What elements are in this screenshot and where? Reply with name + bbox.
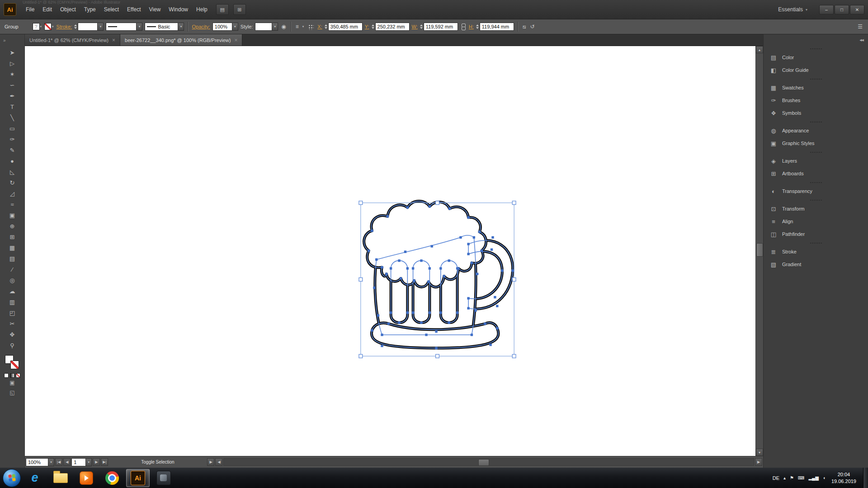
gradient-tool[interactable]: ▤: [5, 253, 20, 264]
fill-color-control[interactable]: ? ▾: [33, 23, 42, 30]
vertical-scrollbar-track[interactable]: [756, 53, 763, 449]
panel-button-pathfinder[interactable]: ◫Pathfinder: [764, 228, 868, 240]
fill-swatch-icon[interactable]: ?: [33, 23, 40, 30]
chevron-down-icon[interactable]: ▾: [52, 25, 54, 28]
recolor-artwork-icon[interactable]: ◉: [280, 23, 287, 30]
w-field[interactable]: 119,592 mm: [424, 23, 458, 31]
shear-icon[interactable]: ⧅: [522, 23, 527, 30]
panel-button-color[interactable]: ▤Color: [764, 51, 868, 64]
volume-icon[interactable]: ◖: [823, 475, 826, 480]
scroll-down-button[interactable]: ▼: [756, 449, 763, 456]
scroll-left-button[interactable]: ◀: [215, 458, 222, 466]
opacity-control[interactable]: 100% ▾: [212, 23, 238, 31]
vertical-scrollbar-thumb[interactable]: [756, 243, 763, 257]
column-graph-tool[interactable]: ▥: [5, 296, 20, 307]
height-control[interactable]: 119,944 mm: [476, 23, 514, 31]
bridge-launcher-icon[interactable]: ▤: [216, 4, 229, 15]
taskbar-clock[interactable]: 20:04 19.06.2019: [831, 471, 856, 484]
selection-tool[interactable]: ➤: [5, 47, 20, 58]
chevron-down-icon[interactable]: ▾: [137, 23, 142, 31]
graphic-style-field[interactable]: [255, 23, 272, 31]
y-position-control[interactable]: 250,232 mm: [372, 23, 410, 31]
menu-effect[interactable]: Effect: [123, 0, 145, 19]
vertical-scrollbar[interactable]: ▲ ▼: [755, 46, 763, 456]
opacity-field[interactable]: 100%: [212, 23, 232, 31]
status-display[interactable]: Toggle Selection: [109, 460, 206, 465]
maximize-button[interactable]: □: [835, 5, 849, 14]
eraser-tool[interactable]: ◺: [5, 166, 20, 177]
zoom-field[interactable]: 100%: [26, 458, 48, 466]
stroke-panel-link[interactable]: Stroke:: [57, 24, 72, 29]
color-button[interactable]: [4, 373, 9, 378]
panel-button-artboards[interactable]: ⊞Artboards: [764, 167, 868, 180]
panel-button-layers[interactable]: ◈Layers: [764, 155, 868, 167]
zoom-control[interactable]: 100% ▾: [26, 458, 54, 466]
none-button[interactable]: [16, 373, 20, 378]
screen-mode-button[interactable]: ◱: [5, 388, 20, 398]
width-profile-field[interactable]: [106, 23, 137, 31]
chevron-down-icon[interactable]: ▾: [272, 23, 278, 31]
stroke-weight-control[interactable]: ▾: [74, 23, 104, 31]
perspective-grid-tool[interactable]: ⊞: [5, 231, 20, 242]
network-icon[interactable]: ▂▄▆: [808, 475, 818, 480]
panel-button-transform[interactable]: ⊡Transform: [764, 202, 868, 215]
x-field[interactable]: 350,485 mm: [328, 23, 363, 31]
stroke-color-control[interactable]: ▾: [44, 23, 54, 30]
panel-button-transparency[interactable]: ◐Transparency: [764, 185, 868, 197]
internet-explorer-button[interactable]: e: [23, 469, 47, 487]
scroll-right-button[interactable]: ▶: [755, 458, 762, 466]
h-field[interactable]: 119,944 mm: [480, 23, 514, 31]
blend-tool[interactable]: ◎: [5, 275, 20, 286]
last-artboard-button[interactable]: ▶|: [101, 458, 108, 466]
media-player-button[interactable]: [75, 469, 98, 487]
lasso-tool[interactable]: ∽: [5, 80, 20, 90]
y-spinner[interactable]: [372, 24, 374, 29]
menu-help[interactable]: Help: [192, 0, 212, 19]
panel-button-color-guide[interactable]: ◧Color Guide: [764, 64, 868, 76]
type-tool[interactable]: T: [5, 101, 20, 112]
eyedropper-tool[interactable]: ∕: [5, 264, 20, 275]
horizontal-scrollbar-thumb[interactable]: [478, 459, 489, 466]
h-label[interactable]: H:: [469, 24, 474, 29]
selected-artwork[interactable]: [360, 202, 515, 357]
paintbrush-tool[interactable]: ✑: [5, 134, 20, 145]
width-tool[interactable]: ≈: [5, 199, 20, 210]
opacity-panel-link[interactable]: Opacity:: [192, 24, 210, 29]
brush-definition-control[interactable]: Basic ▾: [145, 23, 184, 31]
h-spinner[interactable]: [476, 24, 479, 29]
hand-tool[interactable]: ✥: [5, 329, 20, 340]
collapse-panels-icon[interactable]: ◀◀: [859, 38, 863, 42]
width-profile-control[interactable]: ▾: [106, 23, 142, 31]
close-icon[interactable]: ×: [112, 38, 115, 43]
stroke-weight-spinner[interactable]: [74, 24, 77, 29]
panel-button-swatches[interactable]: ▦Swatches: [764, 81, 868, 94]
previous-artboard-button[interactable]: ◀: [63, 458, 71, 466]
chevron-down-icon[interactable]: ▾: [178, 23, 184, 31]
horizontal-scrollbar[interactable]: [223, 458, 754, 466]
direct-selection-tool[interactable]: ▷: [5, 58, 20, 69]
rotate-icon[interactable]: ↺: [529, 23, 535, 30]
y-field[interactable]: 250,232 mm: [375, 23, 410, 31]
chevron-down-icon[interactable]: ▾: [48, 458, 54, 466]
next-artboard-button[interactable]: ▶: [93, 458, 100, 466]
y-label[interactable]: Y:: [365, 24, 369, 29]
artboard-field[interactable]: 1: [71, 458, 86, 466]
windows-explorer-button[interactable]: [49, 469, 72, 487]
chevron-down-icon[interactable]: ▾: [98, 23, 104, 31]
pencil-tool[interactable]: ✎: [5, 145, 20, 155]
w-label[interactable]: W:: [412, 24, 418, 29]
panel-button-align[interactable]: ≡Align: [764, 215, 868, 228]
fill-stroke-control[interactable]: [4, 354, 20, 371]
free-transform-tool[interactable]: ▣: [5, 210, 20, 221]
slice-tool[interactable]: ✂: [5, 318, 20, 329]
line-segment-tool[interactable]: ╲: [5, 112, 20, 123]
graphic-style-control[interactable]: ▾: [255, 23, 278, 31]
beer-mug-artwork[interactable]: [360, 202, 515, 357]
workspace-switcher[interactable]: Essentials ▾: [774, 6, 811, 13]
graphics-app-button[interactable]: [152, 469, 175, 487]
stroke-color-swatch[interactable]: [10, 361, 19, 369]
drawing-modes-button[interactable]: ▣: [5, 378, 20, 388]
panel-button-brushes[interactable]: ✑Brushes: [764, 94, 868, 107]
panel-button-stroke[interactable]: ≣Stroke: [764, 245, 868, 258]
chevron-down-icon[interactable]: ▾: [86, 458, 92, 466]
